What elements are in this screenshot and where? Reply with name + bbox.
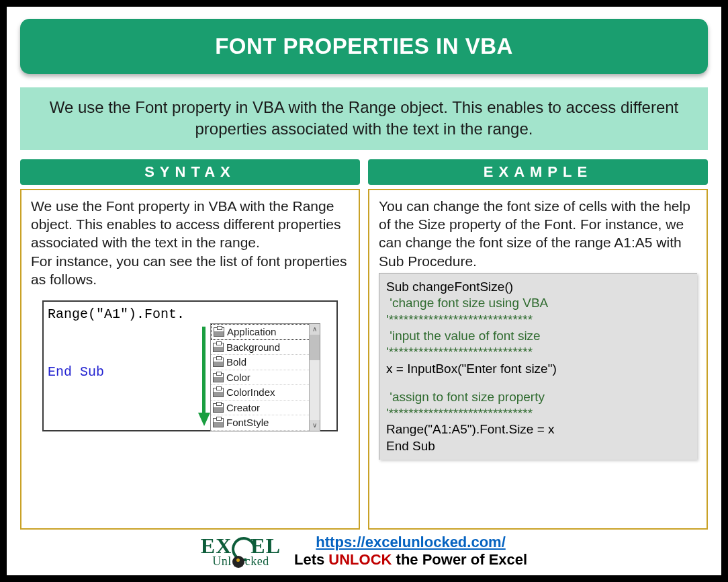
scroll-thumb[interactable] <box>310 335 320 360</box>
syntax-column: SYNTAX We use the Font property in VBA w… <box>20 159 360 530</box>
logo-text: Unl <box>212 554 232 569</box>
property-icon <box>213 418 224 427</box>
property-icon <box>213 403 224 413</box>
slogan-part: the Power of Excel <box>392 551 527 568</box>
code-blank <box>386 377 690 389</box>
syntax-header: SYNTAX <box>20 159 360 185</box>
logo-bottom-text: Unlcked <box>212 554 269 569</box>
main-title: FONT PROPERTIES IN VBA <box>20 19 708 74</box>
code-range-line: Range("A1").Font. <box>48 306 332 323</box>
scroll-up-icon[interactable]: ∧ <box>310 324 320 335</box>
code-line: End Sub <box>386 438 690 454</box>
property-icon <box>213 388 224 397</box>
example-body: You can change the font size of cells wi… <box>368 189 708 530</box>
logo: EXEL Unlcked <box>201 534 281 569</box>
intellisense-item[interactable]: Color <box>211 370 320 386</box>
intellisense-item[interactable]: ColorIndex <box>211 385 320 401</box>
property-icon <box>213 373 224 382</box>
intellisense-label: Background <box>226 341 280 354</box>
logo-magnifier-icon <box>232 537 251 556</box>
property-icon <box>214 327 224 337</box>
slogan-part: Lets <box>294 551 328 568</box>
code-comment: '***************************** <box>386 405 690 421</box>
slogan-unlock: UNLOCK <box>328 551 392 568</box>
example-column: EXAMPLE You can change the font size of … <box>368 159 708 530</box>
intro-text: We use the Font property in VBA with the… <box>20 87 708 150</box>
code-line: Range("A1:A5").Font.Size = x <box>386 421 690 438</box>
code-line: x = InputBox("Enter font size") <box>386 361 690 377</box>
intellisense-label: FontStyle <box>226 416 269 429</box>
intellisense-scrollbar[interactable]: ∧ ∨ <box>309 324 320 431</box>
intellisense-label: ColorIndex <box>226 386 275 399</box>
page-content: FONT PROPERTIES IN VBA We use the Font p… <box>7 7 721 575</box>
example-description: You can change the font size of cells wi… <box>379 197 697 270</box>
intellisense-label: Color <box>226 371 251 384</box>
intellisense-item[interactable]: Application <box>211 324 320 340</box>
green-arrow-icon <box>200 327 207 427</box>
intellisense-item[interactable]: Bold <box>211 355 320 370</box>
footer: EXEL Unlcked https://excelunlocked.com/ … <box>20 534 708 569</box>
columns-container: SYNTAX We use the Font property in VBA w… <box>20 159 708 530</box>
intellisense-label: Creator <box>226 401 260 415</box>
vba-code-editor: Range("A1").Font. End Sub Application Ba… <box>42 300 338 431</box>
intellisense-item[interactable]: Creator <box>211 401 320 416</box>
code-comment: 'assign to font size property <box>386 389 690 405</box>
syntax-description: We use the Font property in VBA with the… <box>31 197 349 288</box>
code-comment: '***************************** <box>386 312 690 328</box>
code-comment: 'change font size using VBA <box>386 295 690 311</box>
intellisense-label: Bold <box>226 356 246 369</box>
footer-slogan: Lets UNLOCK the Power of Excel <box>294 551 527 569</box>
syntax-body: We use the Font property in VBA with the… <box>20 189 360 530</box>
syntax-text-2: For instance, you can see the list of fo… <box>31 253 347 287</box>
example-header: EXAMPLE <box>368 159 708 185</box>
scroll-down-icon[interactable]: ∨ <box>310 420 320 431</box>
intellisense-item[interactable]: FontStyle <box>211 415 320 431</box>
intellisense-item[interactable]: Background <box>211 340 320 356</box>
code-comment: '***************************** <box>386 344 690 360</box>
logo-keyhole-icon <box>232 556 244 568</box>
intellisense-dropdown[interactable]: Application Background Bold Color ColorI… <box>210 323 320 431</box>
code-comment: 'input the value of font size <box>386 328 690 344</box>
footer-link[interactable]: https://excelunlocked.com/ <box>316 534 505 550</box>
intellisense-label: Application <box>227 325 276 339</box>
property-icon <box>213 343 224 352</box>
syntax-text-1: We use the Font property in VBA with the… <box>31 198 341 251</box>
outer-frame: FONT PROPERTIES IN VBA We use the Font p… <box>0 0 728 582</box>
footer-text-block: https://excelunlocked.com/ Lets UNLOCK t… <box>294 534 527 569</box>
example-code-block: Sub changeFontSize() 'change font size u… <box>379 273 697 460</box>
property-icon <box>213 358 224 367</box>
code-line: Sub changeFontSize() <box>386 279 690 295</box>
